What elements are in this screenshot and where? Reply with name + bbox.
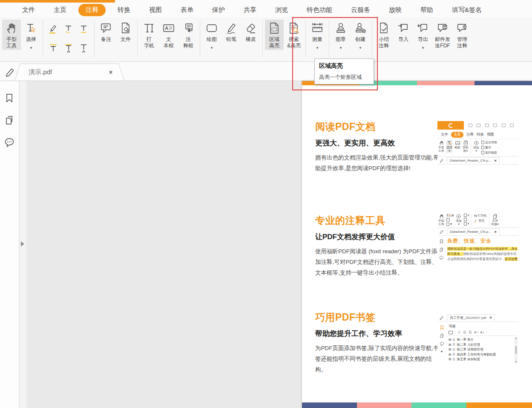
export-bubble-icon: [416, 21, 430, 35]
drawing-button[interactable]: 绘图: [202, 20, 221, 52]
tool-label: 打 字机: [144, 36, 154, 49]
create-stamp-button[interactable]: 创建: [351, 20, 370, 52]
tool-label: 测量: [312, 36, 322, 43]
dropdown-caret-icon: [211, 43, 213, 51]
menu-convert[interactable]: 转换: [111, 4, 137, 16]
menu-share[interactable]: 共享: [237, 4, 263, 16]
quick-access-icons: [464, 124, 518, 127]
menu-comment-active[interactable]: 注释: [78, 4, 106, 16]
eraser-button[interactable]: 橡皮: [242, 20, 260, 43]
dropdown-caret-icon: [340, 43, 342, 51]
menu-fill-sign[interactable]: 填写&签名: [445, 4, 489, 16]
panel-expand-arrow[interactable]: [21, 241, 24, 246]
tooltip-description: 高亮一个矩形区域: [319, 74, 369, 81]
tool-label: 图章: [336, 36, 346, 43]
foxit-reader-window: 文件 主页 注释 转换 视图 表单 保护 共享 浏览 特色功能 云服务 放映 帮…: [0, 0, 532, 408]
textbox-icon: [162, 21, 175, 35]
menu-form[interactable]: 表单: [174, 4, 200, 16]
hand-tool-button[interactable]: 手型 工具: [2, 20, 21, 50]
section-subheading: 更强大、更实用、更高效: [315, 138, 440, 148]
document-area: 阅读PDF文档 更强大、更实用、更高效 拥有出色的文档渲染效果,强大的页面管理功…: [0, 81, 532, 408]
tool-label: 导出: [418, 36, 428, 43]
menu-cloud[interactable]: 云服务: [344, 4, 377, 16]
mini-typewriter-highlight: TI 打字机 高亮: [474, 214, 486, 223]
tool-label: 橡皮: [246, 36, 256, 43]
foxit-logo: [437, 121, 464, 130]
menu-help[interactable]: 帮助: [414, 4, 440, 16]
strikeout-text-button[interactable]: [46, 38, 61, 57]
typewriter-button[interactable]: 打 字机: [140, 20, 158, 50]
section-body: 为PDF页面添加书签,除了实现内容的快速导航,书签还能指明不同书签的层级关系,展…: [315, 343, 440, 375]
callout-button[interactable]: 注 释框: [179, 20, 198, 50]
tool-label: 导入: [398, 36, 408, 43]
toolbar-divider: [94, 20, 95, 57]
tab-title: 演示.pdf: [29, 68, 107, 76]
tab-close-icon[interactable]: [107, 69, 115, 76]
select-tool-button[interactable]: 选择: [22, 20, 40, 52]
tool-label: 文件: [121, 36, 131, 43]
replace-text-button[interactable]: [61, 38, 76, 57]
mini-nav-rail: [437, 236, 446, 262]
stripe-blue: [474, 81, 532, 85]
hand-icon: [5, 21, 18, 35]
note-comment-button[interactable]: 备注: [97, 20, 115, 43]
document-tab[interactable]: 演示.pdf: [14, 64, 124, 81]
insert-text-button[interactable]: [76, 38, 92, 57]
section-heading: 阅读PDF文档: [315, 120, 440, 133]
underline-text-button[interactable]: [76, 20, 92, 38]
menu-file[interactable]: 文件: [15, 4, 42, 16]
stripe-salmon: [417, 81, 474, 85]
comments-panel-button[interactable]: [4, 137, 15, 148]
screenshot-annotate: 手型 工具 T▸ ▾ ▾ 缩放▾ ▾ ▾: [437, 212, 518, 273]
measure-button[interactable]: 测量: [308, 20, 327, 52]
area-highlight-button[interactable]: 区域 高亮: [265, 20, 284, 50]
section-subheading: 帮助您提升工作、学习效率: [315, 329, 440, 339]
annotate-pencil-icon[interactable]: [4, 66, 16, 78]
menu-browse[interactable]: 浏览: [268, 4, 295, 16]
mini-scrollbar: ▲▼: [515, 337, 518, 363]
menu-home[interactable]: 主页: [47, 4, 73, 16]
pages-panel-button[interactable]: [4, 115, 14, 125]
file-attachment-button[interactable]: 文件: [116, 20, 135, 43]
mini-toolbar: 手型 工具 选择▾ 截图 剪贴 板▾: [437, 139, 518, 156]
highlight-text-button[interactable]: [46, 20, 61, 38]
manage-comments-button[interactable]: 管理 注释: [453, 20, 472, 50]
export-comments-button[interactable]: 导出: [414, 20, 432, 52]
toolbar-divider: [200, 20, 200, 57]
toolbar-divider: [305, 20, 306, 57]
select-cursor-icon: [24, 21, 38, 35]
pdf-page: 阅读PDF文档 更强大、更实用、更高效 拥有出色的文档渲染效果,强大的页面管理功…: [302, 81, 532, 408]
mail-bubble-icon: [436, 21, 449, 35]
mini-select-tool: 选择▾: [446, 140, 452, 153]
rectangle-shape-icon: [205, 21, 219, 35]
callout-icon: [181, 21, 195, 35]
mini-menubar: 文件 主页 注释 转换 视图: [441, 132, 518, 138]
menu-slideshow[interactable]: 放映: [382, 4, 408, 16]
menu-view[interactable]: 视图: [142, 4, 169, 16]
pencil-icon: [224, 21, 238, 35]
create-stamp-icon: [354, 21, 367, 35]
summarize-comments-button[interactable]: 小结 注释: [374, 20, 393, 50]
tool-label: 选择: [26, 36, 36, 43]
tool-label: 文 本框: [164, 36, 174, 49]
tool-label: 创建: [355, 36, 365, 43]
menu-protect[interactable]: 保护: [205, 4, 232, 16]
stamp-button[interactable]: 图章: [331, 20, 350, 52]
import-comments-button[interactable]: 导入: [394, 20, 413, 43]
toolbar-divider: [372, 20, 372, 57]
squiggly-underline-button[interactable]: [61, 20, 76, 38]
stripe-teal: [411, 402, 466, 408]
pencil-button[interactable]: 铅笔: [222, 20, 241, 43]
section-body: 拥有出色的文档渲染效果,强大的页面管理功能,帮助提升效率,是您阅读PDF的理想选…: [315, 152, 440, 174]
bookmarks-panel-button[interactable]: [4, 93, 14, 103]
email-fdf-button[interactable]: 邮件发 送FDF: [433, 20, 452, 50]
search-highlight-button[interactable]: 搜索 &高亮: [285, 20, 303, 50]
toolbar-divider: [262, 20, 263, 57]
tool-label: 小结 注释: [379, 36, 389, 49]
mini-hand-tool: 手型 工具: [438, 140, 444, 153]
tooltip-title: 区域高亮: [319, 62, 369, 70]
mini-tabrow: Datasheet_Reader_CN.p...×: [437, 227, 518, 236]
mini-tabrow: Datasheet_Reader_CN.p...×: [437, 156, 518, 165]
textbox-button[interactable]: 文 本框: [159, 20, 178, 50]
menu-features[interactable]: 特色功能: [300, 4, 339, 16]
